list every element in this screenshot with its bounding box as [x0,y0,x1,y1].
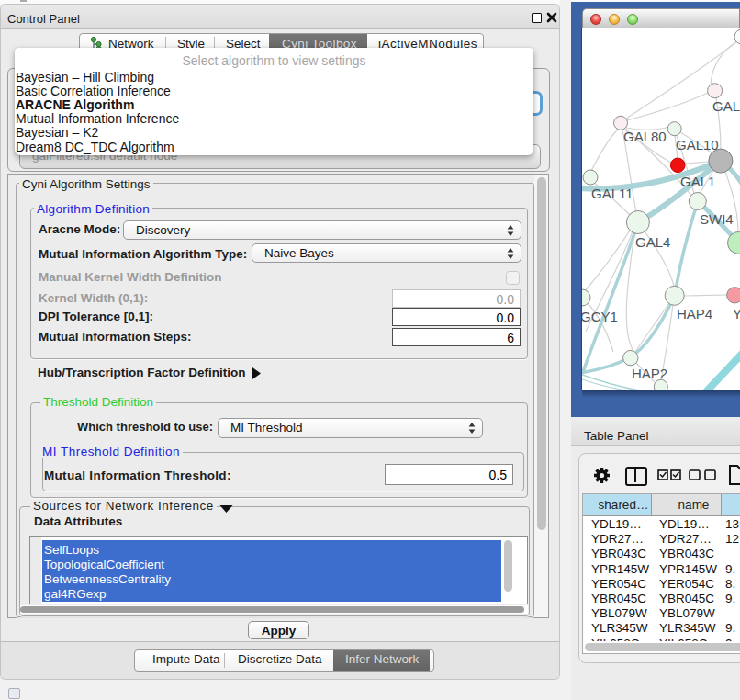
svg-text:GAL80: GAL80 [623,129,667,144]
svg-text:GAL7: GAL7 [712,98,740,114]
svg-text:YJ: YJ [733,306,740,322]
svg-text:SWI4: SWI4 [700,211,734,227]
svg-text:GCY1: GCY1 [582,309,618,324]
svg-text:GAL11: GAL11 [591,186,633,201]
svg-text:GAL1: GAL1 [680,174,715,189]
svg-text:GAL4: GAL4 [635,234,670,250]
svg-text:HAP2: HAP2 [632,366,667,381]
svg-text:GAL10: GAL10 [676,137,719,152]
svg-text:HAP4: HAP4 [677,306,712,322]
